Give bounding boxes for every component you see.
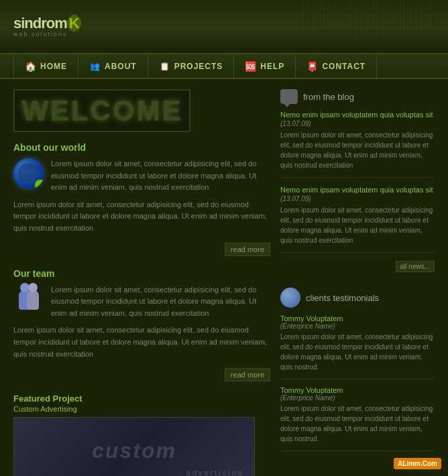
nav-contact[interactable]: 📮 CONTACT [296,55,377,78]
testimonial-1-company: (Enterprice Name) [280,322,435,330]
logo-sub: web solutions [13,31,81,38]
nav-contact-label: CONTACT [322,62,366,71]
nav-about[interactable]: 👥 AbouT [78,55,148,78]
blog-header: from the blog [280,89,435,104]
read-more-about-button[interactable]: read more [225,243,270,256]
featured-label: Featured Project [13,394,270,404]
about-p2: Lorem ipsum dolor sit amet, consectetur … [13,199,270,235]
navigation: 🏠 HOME 👥 AbouT 📋 PROJECTS 🆘 HELP 📮 CONTA… [0,54,448,79]
blog-post-1-text: Lorem ipsum dolor sit amet, consectetur … [280,130,435,170]
featured-project-section: Featured Project Custom Advertising cust… [13,394,270,476]
home-icon: 🏠 [25,60,37,72]
content-area: WELCOME About our world ✓ Lorem ipsum do… [13,89,280,476]
about-section: About our world ✓ Lorem ipsum dolor sit … [13,142,270,256]
blog-post-2-title[interactable]: Nemo enim ipsam voluptatem quia voluptas… [280,186,435,194]
header: sindromK web solutions [0,0,448,54]
watermark: ALimm.Com [394,458,441,469]
chat-icon [280,89,298,104]
team-title: Our team [13,268,270,279]
blog-post-1-title[interactable]: Nemo enim ipsam voluptatem quia voluptas… [280,111,435,119]
all-news-blog-button[interactable]: all news... [396,261,435,272]
nav-projects[interactable]: 📋 PROJECTS [148,55,235,78]
testimonials-title: clients testimonials [306,293,379,303]
globe-svg [17,162,41,186]
team-p2: Lorem ipsum dolor sit amet, consectetur … [13,324,270,360]
person2-icon [27,290,39,310]
testimonial-1: Tommy Voluptatem (Enterprice Name) Lorem… [280,314,435,379]
team-section: Our team Lorem ipsum dolor sit amet, con… [13,268,270,382]
read-more-team-button[interactable]: read more [225,368,270,381]
sidebar: from the blog Nemo enim ipsam voluptatem… [280,89,435,476]
project-image: custom advertising [13,417,255,476]
testimonial-2-name: Tommy Voluptatem [280,386,435,394]
testimonial-1-name: Tommy Voluptatem [280,314,435,322]
about-icon: 👥 [89,60,101,72]
blog-post-2-date: (13.07.09) [280,195,435,202]
blog-post-1-date: (13.07.09) [280,120,435,127]
about-title: About our world [13,142,270,153]
custom-advertising-link[interactable]: Custom Advertising [13,405,270,413]
main-content: WELCOME About our world ✓ Lorem ipsum do… [0,79,448,476]
blog-post-1: Nemo enim ipsam voluptatem quia voluptas… [280,111,435,178]
help-icon: 🆘 [245,60,257,72]
welcome-heading: WELCOME [13,89,190,132]
testimonial-2: Tommy Voluptatem (Enterprice Name) Lorem… [280,386,435,451]
nav-about-label: AbouT [105,62,137,71]
team-icon [13,284,44,310]
project-image-text: custom [92,438,176,463]
logo[interactable]: sindromK web solutions [13,15,81,38]
svg-point-0 [18,163,40,184]
nav-projects-label: PROJECTS [174,62,223,71]
testimonial-2-company: (Enterprice Name) [280,394,435,402]
nav-home[interactable]: 🏠 HOME [13,55,78,78]
blog-post-2-text: Lorem ipsum dolor sit amet, consectetur … [280,205,435,245]
nav-home-label: HOME [40,62,67,71]
globe-icon: ✓ [13,158,44,189]
contact-icon: 📮 [306,60,319,72]
nav-help-label: HELP [260,62,284,71]
blog-title: from the blog [303,92,354,102]
testimonials-icon [280,288,300,308]
projects-icon: 📋 [159,60,171,72]
testimonials-header: clients testimonials [280,288,435,308]
logo-k: K [67,15,81,32]
logo-text: sindromK [13,15,81,32]
about-p1: Lorem ipsum dolor sit amet, consectetur … [13,158,270,194]
testimonial-1-text: Lorem ipsum dolor sit amet, consectetur … [280,332,435,372]
testimonial-2-text: Lorem ipsum dolor sit amet, consectetur … [280,404,435,444]
blog-post-2: Nemo enim ipsam voluptatem quia voluptas… [280,186,435,253]
checkmark-icon: ✓ [35,180,44,189]
nav-help[interactable]: 🆘 HELP [234,55,296,78]
project-image-sub: advertising [186,469,244,476]
logo-name: sindrom [13,15,67,32]
team-p1: Lorem ipsum dolor sit amet, consectetur … [13,284,270,320]
